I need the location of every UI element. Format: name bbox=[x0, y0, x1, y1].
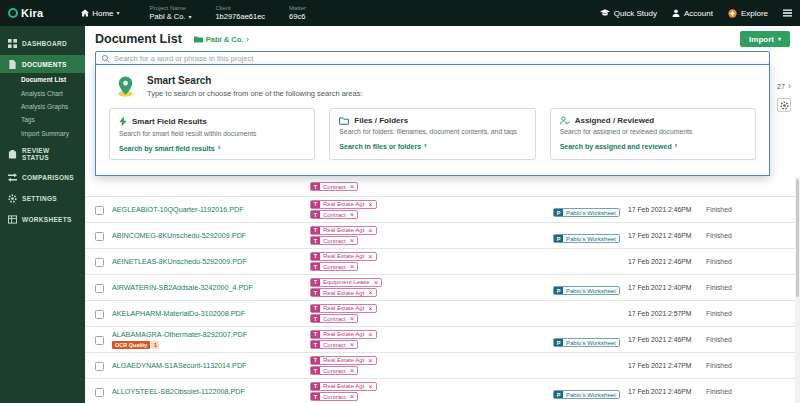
tag-type-icon: T bbox=[311, 331, 320, 338]
tag-remove-icon[interactable]: × bbox=[368, 201, 372, 209]
tag-remove-icon[interactable]: × bbox=[368, 289, 372, 297]
tag-remove-icon[interactable]: × bbox=[350, 315, 354, 323]
tag-badge[interactable]: T Contract × bbox=[310, 392, 358, 401]
tag-badge[interactable]: T Real Estate Agt × bbox=[310, 330, 377, 339]
tag-badge[interactable]: T Contract × bbox=[310, 210, 358, 219]
sidebar-item-review-status[interactable]: REVIEW STATUS bbox=[0, 143, 85, 166]
search-by-assigned-link[interactable]: Search by assigned and reviewed › bbox=[560, 142, 746, 150]
scrollbar-thumb[interactable] bbox=[796, 179, 799, 297]
tag-badge[interactable]: T Contract × bbox=[310, 182, 358, 191]
sidebar-item-document-list[interactable]: Document List bbox=[0, 73, 85, 86]
worksheet-badge[interactable]: P Pablo's Worksheet bbox=[553, 208, 620, 217]
worksheet-badge[interactable]: P Pablo's Worksheet bbox=[553, 234, 620, 243]
search-by-smart-field-link[interactable]: Search by smart field results › bbox=[119, 144, 305, 152]
tag-badge[interactable]: T Real Estate Agt × bbox=[310, 382, 377, 391]
sidebar-item-comparisons[interactable]: COMPARISONS bbox=[0, 169, 85, 187]
search-in-files-link[interactable]: Search in files or folders › bbox=[339, 142, 525, 150]
tag-remove-icon[interactable]: × bbox=[350, 211, 354, 219]
sidebar-item-settings[interactable]: SETTINGS bbox=[0, 190, 85, 208]
row-checkbox[interactable] bbox=[95, 336, 104, 345]
document-name-link[interactable]: AEINETLEAS-8KUnschedu-5292009.PDF bbox=[112, 257, 310, 266]
tag-badge[interactable]: T Contract × bbox=[310, 366, 358, 375]
explore-button[interactable]: Explore bbox=[728, 9, 768, 18]
files-folders-card[interactable]: Files / Folders Search for folders: file… bbox=[329, 108, 535, 160]
tag-type-icon: T bbox=[311, 305, 320, 312]
worksheet-badge[interactable]: P Pablo's Worksheet bbox=[553, 390, 620, 399]
row-checkbox[interactable] bbox=[95, 206, 104, 215]
sidebar-item-analysis-chart[interactable]: Analysis Chart bbox=[0, 86, 85, 99]
sidebar-item-documents[interactable]: DOCUMENTS bbox=[0, 55, 85, 73]
checkbox-cell bbox=[95, 227, 112, 245]
document-name-link[interactable]: AIRWATERIN-SB2Addsale-3242000_4.PDF bbox=[112, 283, 310, 292]
tag-remove-icon[interactable]: × bbox=[368, 227, 372, 235]
tag-remove-icon[interactable]: × bbox=[368, 331, 372, 339]
row-checkbox[interactable] bbox=[95, 388, 104, 397]
search-bar[interactable] bbox=[95, 51, 770, 65]
sidebar-item-tags[interactable]: Tags bbox=[0, 113, 85, 126]
tag-remove-icon[interactable]: × bbox=[350, 367, 354, 375]
ocr-quality-badge[interactable]: OCR Quality 1 bbox=[112, 341, 159, 349]
table-row: AIRWATERIN-SB2Addsale-3242000_4.PDF T Eq… bbox=[85, 275, 800, 301]
tag-badge[interactable]: T Real Estate Agt × bbox=[310, 226, 377, 235]
checkbox-cell bbox=[95, 279, 112, 297]
tag-remove-icon[interactable]: × bbox=[374, 279, 378, 287]
tag-remove-icon[interactable]: × bbox=[350, 341, 354, 349]
tag-badge[interactable]: T Equipment Lease × bbox=[310, 278, 382, 287]
tag-badge[interactable]: T Real Estate Agt × bbox=[310, 288, 377, 297]
document-name-link[interactable]: ABINCOMEG-8KUnschedu-5292009.PDF bbox=[112, 231, 310, 240]
table-settings-button[interactable] bbox=[777, 98, 791, 112]
document-name-link[interactable]: ALLOYSTEEL-SB2Obsolet-1122008.PDF bbox=[112, 387, 310, 396]
smart-search-subtitle: Type to search or choose from one of the… bbox=[147, 89, 363, 98]
smart-field-results-card[interactable]: Smart Field Results Search for smart fie… bbox=[109, 108, 315, 160]
tag-remove-icon[interactable]: × bbox=[350, 183, 354, 191]
tag-badge[interactable]: T Contract × bbox=[310, 236, 358, 245]
project-switcher[interactable]: Project Name Pabl & Co. ▾ bbox=[150, 5, 192, 22]
tag-badge[interactable]: T Real Estate Agt × bbox=[310, 356, 377, 365]
tag-badge[interactable]: T Real Estate Agt × bbox=[310, 200, 377, 209]
tag-badge[interactable]: T Real Estate Agt × bbox=[310, 252, 377, 261]
folder-outline-icon bbox=[339, 117, 349, 125]
document-name-link[interactable]: AKELAPHARM-MaterialDo-3102008.PDF bbox=[112, 309, 310, 318]
assigned-reviewed-card[interactable]: Assigned / Reviewed Search for assigned … bbox=[550, 108, 756, 160]
tag-remove-icon[interactable]: × bbox=[350, 393, 354, 401]
home-menu[interactable]: Home ▾ bbox=[81, 9, 119, 18]
chevron-right-icon: › bbox=[675, 142, 678, 150]
row-checkbox[interactable] bbox=[95, 284, 104, 293]
tag-badge[interactable]: T Contract × bbox=[310, 314, 358, 323]
tag-badge[interactable]: T Contract × bbox=[310, 340, 358, 349]
sidebar-item-import-summary[interactable]: Import Summary bbox=[0, 127, 85, 140]
kira-logo[interactable]: Kira bbox=[8, 7, 43, 19]
document-name-link[interactable]: AEGLEABIOT-10QQuarter-1192016.PDF bbox=[112, 205, 310, 214]
menu-button[interactable] bbox=[783, 9, 792, 17]
tag-remove-icon[interactable]: × bbox=[368, 383, 372, 391]
tag-badge[interactable]: T Real Estate Agt × bbox=[310, 304, 377, 313]
vertical-scrollbar[interactable] bbox=[795, 177, 800, 403]
tag-remove-icon[interactable]: × bbox=[368, 305, 372, 313]
sidebar-item-analysis-graphs[interactable]: Analysis Graphs bbox=[0, 100, 85, 113]
worksheet-badge[interactable]: P Pablo's Worksheet bbox=[553, 338, 620, 347]
document-name-link[interactable]: ALABAMAGRA-Othermater-8292007.PDF bbox=[112, 330, 310, 339]
breadcrumb[interactable]: Pabl & Co. › bbox=[194, 35, 249, 44]
document-name-link[interactable]: ALGAEDYNAM-S1ASecurit-1132014.PDF bbox=[112, 361, 310, 370]
sidebar-item-worksheets[interactable]: WORKSHEETS bbox=[0, 211, 85, 229]
quick-study-button[interactable]: Quick Study bbox=[600, 9, 657, 18]
search-input[interactable] bbox=[114, 54, 764, 63]
tag-remove-icon[interactable]: × bbox=[350, 237, 354, 245]
name-cell: AKELAPHARM-MaterialDo-3102008.PDF bbox=[112, 309, 310, 318]
next-page-button[interactable]: › bbox=[788, 82, 791, 91]
tag-remove-icon[interactable]: × bbox=[368, 253, 372, 261]
sidebar-item-dashboard[interactable]: DASHBOARD bbox=[0, 34, 85, 52]
row-checkbox[interactable] bbox=[95, 232, 104, 241]
row-date: 17 Feb 2021 2:47PM bbox=[628, 362, 706, 369]
row-checkbox[interactable] bbox=[95, 258, 104, 267]
row-checkbox[interactable] bbox=[95, 310, 104, 319]
row-checkbox[interactable] bbox=[95, 362, 104, 371]
tag-list: T Contract × bbox=[310, 182, 553, 191]
worksheet-badge[interactable]: P Pablo's Worksheet bbox=[553, 286, 620, 295]
tag-remove-icon[interactable]: × bbox=[350, 263, 354, 271]
account-button[interactable]: Account bbox=[672, 9, 713, 18]
tag-remove-icon[interactable]: × bbox=[368, 357, 372, 365]
tag-badge[interactable]: T Contract × bbox=[310, 262, 358, 271]
table-row: ALABAMAGRA-Othermater-8292007.PDF OCR Qu… bbox=[85, 327, 800, 353]
import-button[interactable]: Import ▾ bbox=[740, 31, 790, 47]
